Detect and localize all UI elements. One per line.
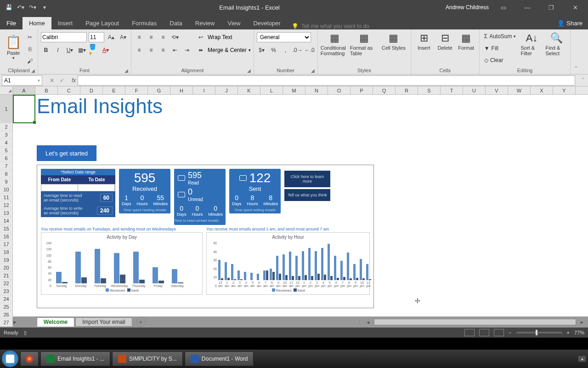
row-header-23[interactable]: 23 <box>0 288 13 295</box>
row-header-3[interactable]: 3 <box>0 131 13 139</box>
tab-nav-next-icon[interactable]: ► <box>12 319 17 325</box>
dashboard-image[interactable]: *Select Date range From DateTo Date Aver… <box>37 165 374 308</box>
row-header-7[interactable]: 7 <box>0 162 13 170</box>
formula-bar[interactable] <box>78 75 575 86</box>
borders-icon[interactable]: ▦▾ <box>77 45 87 55</box>
underline-icon[interactable]: U▾ <box>65 45 75 55</box>
collapse-ribbon-icon[interactable]: ˄ <box>571 29 582 74</box>
zoom-slider[interactable] <box>516 332 562 334</box>
row-header-14[interactable]: 14 <box>0 217 13 225</box>
tab-file[interactable]: File <box>0 17 23 29</box>
merge-center-button[interactable]: ⬌ Merge & Center ▾ <box>196 45 251 55</box>
maximize-icon[interactable]: ❐ <box>542 1 560 14</box>
row-header-18[interactable]: 18 <box>0 248 13 256</box>
align-center-icon[interactable]: ≡ <box>146 45 156 55</box>
sort-filter-button[interactable]: A↓Sort & Filter <box>520 30 543 56</box>
clear-button[interactable]: ◇Clear <box>482 55 518 65</box>
col-header-N[interactable]: N <box>305 86 328 94</box>
zoom-in-icon[interactable]: + <box>567 330 570 335</box>
normal-view-icon[interactable] <box>464 329 475 336</box>
insert-cells-button[interactable]: ⊞Insert <box>414 30 434 51</box>
col-header-P[interactable]: P <box>351 86 373 94</box>
col-header-T[interactable]: T <box>441 86 463 94</box>
user-name[interactable]: Andrew Childress <box>446 4 489 11</box>
col-header-W[interactable]: W <box>508 86 531 94</box>
undo-icon[interactable]: ↶▾ <box>16 2 26 12</box>
col-header-H[interactable]: H <box>170 86 193 94</box>
to-date-input[interactable] <box>78 184 115 191</box>
increase-decimal-icon[interactable]: .0→ <box>293 45 303 55</box>
row-header-19[interactable]: 19 <box>0 256 13 264</box>
col-header-Y[interactable]: Y <box>553 86 576 94</box>
row-header-24[interactable]: 24 <box>0 295 13 303</box>
paste-button[interactable]: 📋 Paste ▾ <box>3 30 24 63</box>
row-header-4[interactable]: 4 <box>0 139 13 147</box>
col-header-X[interactable]: X <box>531 86 553 94</box>
tab-home[interactable]: Home <box>23 17 51 29</box>
tab-review[interactable]: Review <box>189 17 221 29</box>
minimize-icon[interactable]: — <box>518 1 537 14</box>
chart-activity-by-hour[interactable]: Activity by Hour 5040302010012 am1 am2 a… <box>206 232 370 295</box>
col-header-U[interactable]: U <box>463 86 486 94</box>
tab-page-layout[interactable]: Page Layout <box>79 17 125 29</box>
hscroll-left-icon[interactable]: ◄ <box>366 320 370 325</box>
enter-formula-icon[interactable]: ✓ <box>57 75 67 86</box>
orientation-icon[interactable]: ⟲▾ <box>170 32 180 42</box>
page-layout-view-icon[interactable] <box>479 329 489 336</box>
zoom-level[interactable]: 77% <box>574 330 584 335</box>
sheet-tab-import[interactable]: Import Your email <box>75 317 132 327</box>
row-header-8[interactable]: 8 <box>0 170 13 178</box>
align-bottom-icon[interactable]: ≡ <box>158 32 168 42</box>
from-date-input[interactable] <box>41 184 78 191</box>
tab-developer[interactable]: Developer <box>247 17 287 29</box>
italic-icon[interactable]: I <box>53 45 63 55</box>
alignment-launcher-icon[interactable]: ◢ <box>247 68 251 73</box>
taskbar-excel[interactable]: Email Insights1 - ... <box>40 351 110 366</box>
chart-activity-by-day[interactable]: Activity by Day 140120100806040200Sunday… <box>41 232 203 295</box>
row-header-15[interactable]: 15 <box>0 225 13 233</box>
comma-icon[interactable]: , <box>281 45 291 55</box>
autosum-button[interactable]: ΣAutoSum▾ <box>482 31 518 41</box>
bold-icon[interactable]: B <box>41 45 51 55</box>
col-header-C[interactable]: C <box>58 86 80 94</box>
col-header-L[interactable]: L <box>260 86 283 94</box>
taskbar-powerpoint[interactable]: SIMPLICITY by S... <box>112 351 183 366</box>
get-started-button[interactable]: Let's get started <box>37 145 96 161</box>
row-header-6[interactable]: 6 <box>0 155 13 162</box>
col-header-G[interactable]: G <box>148 86 170 94</box>
delete-cells-button[interactable]: ⊟Delete <box>435 30 455 51</box>
col-header-J[interactable]: J <box>215 86 238 94</box>
format-cells-button[interactable]: ▦Format <box>456 30 476 51</box>
row-header-22[interactable]: 22 <box>0 280 13 288</box>
col-header-I[interactable]: I <box>193 86 215 94</box>
font-launcher-icon[interactable]: ◢ <box>124 68 128 73</box>
show-hidden-icons[interactable]: ▴ <box>578 356 586 362</box>
row-header-1[interactable]: 1 <box>0 95 13 123</box>
align-right-icon[interactable]: ≡ <box>158 45 168 55</box>
qat-customize-icon[interactable]: ▾ <box>40 2 50 12</box>
font-name-select[interactable] <box>41 32 87 42</box>
row-header-2[interactable]: 2 <box>0 123 13 131</box>
new-sheet-button[interactable]: + <box>136 317 146 327</box>
ribbon-options-icon[interactable]: ▭ <box>494 1 513 14</box>
row-header-10[interactable]: 10 <box>0 186 13 194</box>
cell-styles-button[interactable]: ▦Cell Styles <box>379 30 408 51</box>
tab-formulas[interactable]: Formulas <box>125 17 163 29</box>
number-format-select[interactable]: General <box>257 32 311 42</box>
col-header-Q[interactable]: Q <box>373 86 396 94</box>
col-header-B[interactable]: B <box>35 86 58 94</box>
share-button[interactable]: 👤 Share <box>557 20 582 27</box>
taskbar-chrome[interactable] <box>20 351 39 366</box>
row-header-17[interactable]: 17 <box>0 241 13 248</box>
col-header-S[interactable]: S <box>418 86 441 94</box>
name-box[interactable]: A1▾ <box>2 75 42 86</box>
row-header-11[interactable]: 11 <box>0 194 13 201</box>
row-header-25[interactable]: 25 <box>0 303 13 311</box>
macro-record-icon[interactable]: ▯ <box>24 330 27 336</box>
tab-insert[interactable]: Insert <box>51 17 79 29</box>
col-header-V[interactable]: V <box>486 86 508 94</box>
col-header-D[interactable]: D <box>80 86 103 94</box>
row-header-9[interactable]: 9 <box>0 178 13 186</box>
feedback-link[interactable]: Tell us what you think <box>284 189 330 201</box>
shrink-font-icon[interactable]: A▾ <box>118 32 128 42</box>
